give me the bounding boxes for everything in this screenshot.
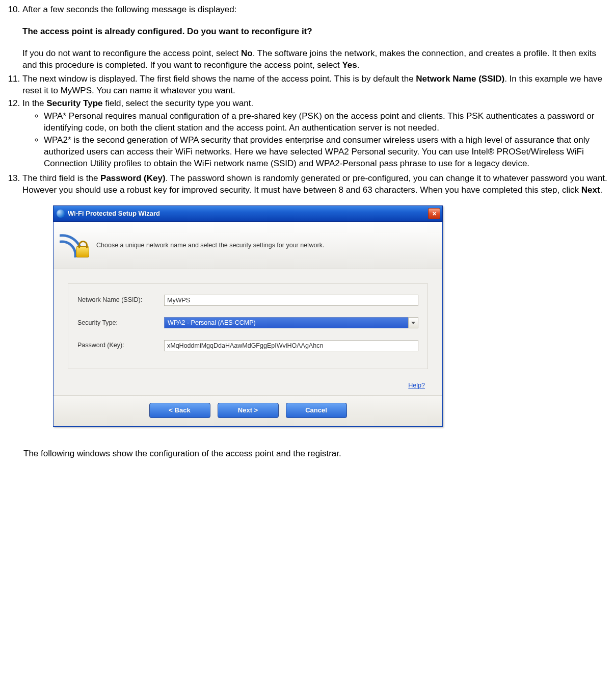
chevron-down-icon[interactable] [408,317,418,328]
security-select[interactable]: WPA2 - Personal (AES-CCMP) [164,317,418,328]
banner-text: Choose a unique network name and select … [96,241,324,250]
instruction-list: After a few seconds the following messag… [5,4,608,434]
help-link[interactable]: Help? [408,382,425,389]
step-12-sublist: WPA* Personal requires manual configurat… [22,111,608,171]
button-bar: < Back Next > Cancel [54,395,442,426]
network-fieldset: Network Name (SSID): Security Type: WPA2… [68,283,428,369]
banner: Choose a unique network name and select … [54,222,442,269]
ssid-input[interactable] [164,295,418,306]
step-12-sub-wpa2: WPA2* is the second generation of WPA se… [44,135,608,171]
next-button[interactable]: Next > [218,403,279,418]
step-10: After a few seconds the following messag… [22,4,608,73]
security-select-value: WPA2 - Personal (AES-CCMP) [164,317,408,328]
step-12-sub-wpa: WPA* Personal requires manual configurat… [44,111,608,135]
step-10-prompt: The access point is already configured. … [22,26,608,38]
step-11: The next window is displayed. The first … [22,73,608,98]
password-label: Password (Key): [77,341,164,350]
ssid-label: Network Name (SSID): [77,296,164,304]
security-label: Security Type: [77,319,164,327]
step-10-detail: If you do not want to reconfigure the ac… [22,48,608,71]
footer-text: The following windows show the configura… [23,448,608,460]
back-button[interactable]: < Back [149,403,210,418]
window-title: Wi-Fi Protected Setup Wizard [68,209,428,218]
window-body: Choose a unique network name and select … [53,222,443,427]
close-icon[interactable]: ✕ [428,208,440,219]
password-input[interactable] [164,340,418,351]
step-12: In the Security Type field, select the s… [22,98,608,173]
window-titlebar[interactable]: Wi-Fi Protected Setup Wizard ✕ [53,205,443,222]
step-10-intro: After a few seconds the following messag… [22,4,608,16]
app-icon [57,210,65,218]
wifi-lock-icon [59,231,91,260]
cancel-button[interactable]: Cancel [286,403,347,418]
wizard-window: Wi-Fi Protected Setup Wizard ✕ Choose a … [53,205,443,427]
step-13: The third field is the Password (Key). T… [22,173,608,434]
